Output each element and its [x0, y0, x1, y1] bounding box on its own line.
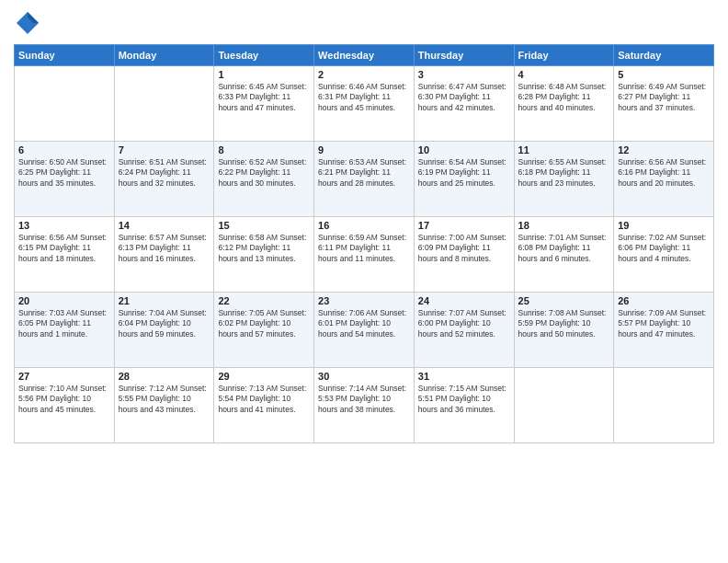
- day-content: Sunrise: 6:57 AM Sunset: 6:13 PM Dayligh…: [119, 233, 210, 264]
- day-content: Sunrise: 6:47 AM Sunset: 6:30 PM Dayligh…: [418, 82, 510, 113]
- day-content: Sunrise: 7:05 AM Sunset: 6:02 PM Dayligh…: [218, 308, 310, 339]
- day-number: 25: [518, 295, 610, 306]
- week-row-1: 1Sunrise: 6:45 AM Sunset: 6:33 PM Daylig…: [15, 66, 714, 142]
- calendar-cell: 10Sunrise: 6:54 AM Sunset: 6:19 PM Dayli…: [414, 142, 514, 217]
- calendar-cell: 4Sunrise: 6:48 AM Sunset: 6:28 PM Daylig…: [514, 66, 614, 142]
- day-number: 8: [218, 144, 310, 155]
- day-number: 7: [119, 144, 210, 155]
- calendar-cell: 3Sunrise: 6:47 AM Sunset: 6:30 PM Daylig…: [414, 66, 514, 142]
- calendar-cell: [15, 66, 115, 142]
- day-number: 18: [518, 220, 610, 231]
- day-number: 13: [18, 220, 110, 231]
- col-header-wednesday: Wednesday: [314, 45, 415, 66]
- calendar-cell: 9Sunrise: 6:53 AM Sunset: 6:21 PM Daylig…: [314, 142, 415, 217]
- day-content: Sunrise: 6:56 AM Sunset: 6:15 PM Dayligh…: [18, 233, 110, 264]
- col-header-monday: Monday: [114, 45, 214, 66]
- day-content: Sunrise: 6:56 AM Sunset: 6:16 PM Dayligh…: [618, 157, 710, 189]
- day-number: 21: [119, 295, 210, 306]
- col-header-thursday: Thursday: [414, 45, 514, 66]
- day-content: Sunrise: 6:53 AM Sunset: 6:21 PM Dayligh…: [318, 157, 410, 189]
- calendar-cell: 5Sunrise: 6:49 AM Sunset: 6:27 PM Daylig…: [614, 66, 714, 142]
- calendar-cell: 24Sunrise: 7:07 AM Sunset: 6:00 PM Dayli…: [414, 293, 514, 368]
- calendar-cell: 22Sunrise: 7:05 AM Sunset: 6:02 PM Dayli…: [214, 293, 314, 368]
- calendar-cell: 26Sunrise: 7:09 AM Sunset: 5:57 PM Dayli…: [614, 293, 714, 368]
- day-number: 24: [418, 295, 510, 306]
- day-number: 10: [418, 144, 510, 155]
- day-number: 14: [119, 220, 210, 231]
- day-content: Sunrise: 7:13 AM Sunset: 5:54 PM Dayligh…: [218, 384, 310, 415]
- day-content: Sunrise: 6:50 AM Sunset: 6:25 PM Dayligh…: [18, 157, 110, 189]
- week-row-3: 13Sunrise: 6:56 AM Sunset: 6:15 PM Dayli…: [15, 217, 714, 293]
- calendar-cell: 8Sunrise: 6:52 AM Sunset: 6:22 PM Daylig…: [214, 142, 314, 217]
- calendar-cell: 23Sunrise: 7:06 AM Sunset: 6:01 PM Dayli…: [314, 293, 415, 368]
- day-number: 4: [518, 69, 610, 80]
- day-number: 5: [618, 69, 710, 80]
- day-number: 19: [618, 220, 710, 231]
- day-number: 30: [318, 371, 410, 382]
- day-content: Sunrise: 7:01 AM Sunset: 6:08 PM Dayligh…: [518, 233, 610, 264]
- calendar-cell: 13Sunrise: 6:56 AM Sunset: 6:15 PM Dayli…: [15, 217, 115, 293]
- week-row-5: 27Sunrise: 7:10 AM Sunset: 5:56 PM Dayli…: [15, 368, 714, 443]
- day-content: Sunrise: 7:02 AM Sunset: 6:06 PM Dayligh…: [618, 233, 710, 264]
- calendar-cell: 1Sunrise: 6:45 AM Sunset: 6:33 PM Daylig…: [214, 66, 314, 142]
- day-content: Sunrise: 7:09 AM Sunset: 5:57 PM Dayligh…: [618, 308, 710, 339]
- day-number: 31: [418, 371, 510, 382]
- calendar-cell: 25Sunrise: 7:08 AM Sunset: 5:59 PM Dayli…: [514, 293, 614, 368]
- col-header-sunday: Sunday: [15, 45, 115, 66]
- header: [14, 9, 714, 37]
- day-content: Sunrise: 6:51 AM Sunset: 6:24 PM Dayligh…: [119, 157, 210, 189]
- day-content: Sunrise: 6:54 AM Sunset: 6:19 PM Dayligh…: [418, 157, 510, 189]
- day-content: Sunrise: 7:03 AM Sunset: 6:05 PM Dayligh…: [18, 308, 110, 339]
- day-number: 15: [218, 220, 310, 231]
- day-number: 20: [18, 295, 110, 306]
- day-content: Sunrise: 6:52 AM Sunset: 6:22 PM Dayligh…: [218, 157, 310, 189]
- day-number: 6: [18, 144, 110, 155]
- calendar-cell: 11Sunrise: 6:55 AM Sunset: 6:18 PM Dayli…: [514, 142, 614, 217]
- calendar-cell: 19Sunrise: 7:02 AM Sunset: 6:06 PM Dayli…: [614, 217, 714, 293]
- calendar-cell: 17Sunrise: 7:00 AM Sunset: 6:09 PM Dayli…: [414, 217, 514, 293]
- col-header-saturday: Saturday: [614, 45, 714, 66]
- day-number: 23: [318, 295, 410, 306]
- calendar-cell: 28Sunrise: 7:12 AM Sunset: 5:55 PM Dayli…: [114, 368, 214, 443]
- calendar-cell: [114, 66, 214, 142]
- day-number: 12: [618, 144, 710, 155]
- calendar-cell: 14Sunrise: 6:57 AM Sunset: 6:13 PM Dayli…: [114, 217, 214, 293]
- calendar-cell: [514, 368, 614, 443]
- calendar-cell: 18Sunrise: 7:01 AM Sunset: 6:08 PM Dayli…: [514, 217, 614, 293]
- day-number: 22: [218, 295, 310, 306]
- day-content: Sunrise: 7:15 AM Sunset: 5:51 PM Dayligh…: [418, 384, 510, 415]
- day-number: 17: [418, 220, 510, 231]
- calendar-cell: 6Sunrise: 6:50 AM Sunset: 6:25 PM Daylig…: [15, 142, 115, 217]
- day-content: Sunrise: 7:07 AM Sunset: 6:00 PM Dayligh…: [418, 308, 510, 339]
- day-content: Sunrise: 7:14 AM Sunset: 5:53 PM Dayligh…: [318, 384, 410, 415]
- calendar-cell: 12Sunrise: 6:56 AM Sunset: 6:16 PM Dayli…: [614, 142, 714, 217]
- day-content: Sunrise: 6:55 AM Sunset: 6:18 PM Dayligh…: [518, 157, 610, 189]
- day-content: Sunrise: 7:04 AM Sunset: 6:04 PM Dayligh…: [119, 308, 210, 339]
- calendar-cell: 2Sunrise: 6:46 AM Sunset: 6:31 PM Daylig…: [314, 66, 415, 142]
- day-number: 27: [18, 371, 110, 382]
- calendar-cell: 16Sunrise: 6:59 AM Sunset: 6:11 PM Dayli…: [314, 217, 415, 293]
- header-row: SundayMondayTuesdayWednesdayThursdayFrid…: [15, 45, 714, 66]
- page: SundayMondayTuesdayWednesdayThursdayFrid…: [0, 0, 728, 563]
- day-content: Sunrise: 7:00 AM Sunset: 6:09 PM Dayligh…: [418, 233, 510, 264]
- day-number: 26: [618, 295, 710, 306]
- week-row-4: 20Sunrise: 7:03 AM Sunset: 6:05 PM Dayli…: [15, 293, 714, 368]
- day-number: 16: [318, 220, 410, 231]
- calendar-cell: 31Sunrise: 7:15 AM Sunset: 5:51 PM Dayli…: [414, 368, 514, 443]
- day-number: 11: [518, 144, 610, 155]
- calendar-cell: 29Sunrise: 7:13 AM Sunset: 5:54 PM Dayli…: [214, 368, 314, 443]
- day-content: Sunrise: 6:46 AM Sunset: 6:31 PM Dayligh…: [318, 82, 410, 113]
- day-content: Sunrise: 7:06 AM Sunset: 6:01 PM Dayligh…: [318, 308, 410, 339]
- calendar-cell: 21Sunrise: 7:04 AM Sunset: 6:04 PM Dayli…: [114, 293, 214, 368]
- week-row-2: 6Sunrise: 6:50 AM Sunset: 6:25 PM Daylig…: [15, 142, 714, 217]
- day-content: Sunrise: 7:10 AM Sunset: 5:56 PM Dayligh…: [18, 384, 110, 415]
- day-content: Sunrise: 7:12 AM Sunset: 5:55 PM Dayligh…: [119, 384, 210, 415]
- col-header-friday: Friday: [514, 45, 614, 66]
- calendar-cell: 30Sunrise: 7:14 AM Sunset: 5:53 PM Dayli…: [314, 368, 415, 443]
- calendar-table: SundayMondayTuesdayWednesdayThursdayFrid…: [14, 44, 714, 443]
- day-content: Sunrise: 6:58 AM Sunset: 6:12 PM Dayligh…: [218, 233, 310, 264]
- day-number: 1: [218, 69, 310, 80]
- day-number: 28: [119, 371, 210, 382]
- day-number: 2: [318, 69, 410, 80]
- day-content: Sunrise: 6:48 AM Sunset: 6:28 PM Dayligh…: [518, 82, 610, 113]
